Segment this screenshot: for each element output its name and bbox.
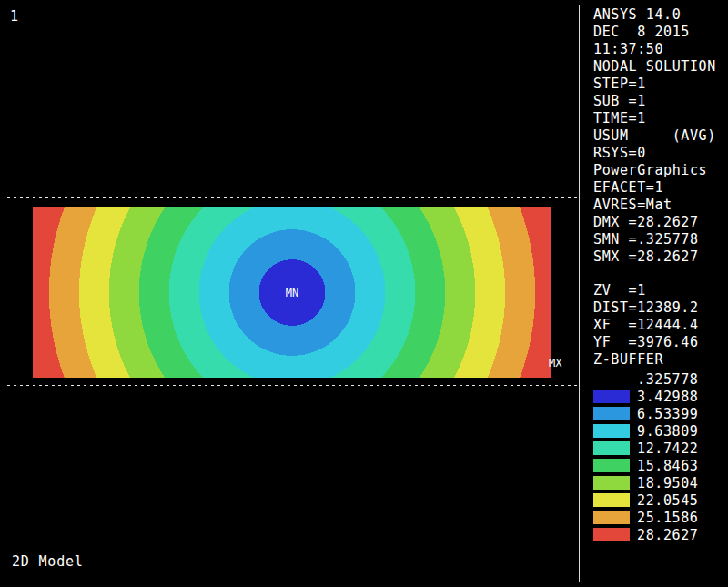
ansys-screen: 1 MN MX 2D Model ANSYS 14.0 DEC 8 2015 1… — [0, 0, 728, 587]
legend-swatch — [593, 528, 630, 541]
info-line-solution-type: NODAL SOLUTION — [593, 58, 728, 76]
legend-swatch — [593, 390, 630, 403]
legend-value: 6.53399 — [637, 406, 698, 422]
info-line-date: DEC 8 2015 — [593, 24, 728, 41]
legend-row: 22.0545 — [593, 491, 728, 509]
legend-swatch — [593, 459, 630, 472]
legend-value: 3.42988 — [637, 389, 698, 405]
legend-value: 9.63809 — [637, 423, 698, 440]
info-line-time: 11:37:50 — [593, 41, 728, 58]
info-line-efacet: EFACET=1 — [593, 179, 728, 197]
window-id-label: 1 — [10, 8, 18, 25]
view-line-zv: ZV =1 — [593, 282, 728, 299]
legend-value: 25.1586 — [637, 510, 698, 526]
info-line-rsys: RSYS=0 — [593, 145, 728, 162]
info-line-smn: SMN =.325778 — [593, 231, 728, 248]
view-line-yf: YF =3976.46 — [593, 334, 728, 351]
graphics-window[interactable]: 1 MN MX 2D Model — [5, 5, 580, 582]
contour-plot[interactable]: MN — [33, 207, 551, 378]
info-line-app-version: ANSYS 14.0 — [593, 6, 728, 24]
info-panel-spacer — [593, 266, 728, 282]
legend-value: 18.9504 — [637, 475, 698, 491]
legend-row: 18.9504 — [593, 474, 728, 491]
info-line-dmx: DMX =28.2627 — [593, 214, 728, 231]
max-marker-label: MX — [549, 357, 561, 369]
legend-value: 15.8463 — [637, 458, 698, 474]
min-marker-label: MN — [286, 287, 298, 299]
window-extent-line-top — [7, 197, 577, 198]
info-line-step: STEP=1 — [593, 76, 728, 93]
legend-min-value: .325778 — [637, 371, 698, 388]
info-panel: ANSYS 14.0 DEC 8 2015 11:37:50 NODAL SOL… — [593, 6, 728, 543]
info-line-timeval: TIME=1 — [593, 110, 728, 127]
legend-row: 6.53399 — [593, 405, 728, 422]
legend-swatch — [593, 511, 630, 524]
legend-value: 28.2627 — [637, 527, 698, 543]
view-line-zbuffer: Z-BUFFER — [593, 351, 728, 369]
legend-swatch — [593, 476, 630, 490]
info-line-sub: SUB =1 — [593, 93, 728, 110]
legend-row: 3.42988 — [593, 388, 728, 405]
contour-legend: .325778 3.42988 6.53399 9.63809 12.7422 … — [593, 370, 728, 543]
view-line-dist: DIST=12389.2 — [593, 299, 728, 317]
legend-row: 25.1586 — [593, 509, 728, 526]
info-line-result-item: USUM (AVG) — [593, 127, 728, 145]
model-title: 2D Model — [12, 553, 84, 570]
legend-swatch — [593, 493, 630, 507]
legend-row: 9.63809 — [593, 422, 728, 440]
legend-value: 12.7422 — [637, 440, 698, 457]
legend-row-min: .325778 — [593, 370, 728, 388]
view-line-xf: XF =12444.4 — [593, 317, 728, 334]
info-line-avres: AVRES=Mat — [593, 197, 728, 214]
legend-value: 22.0545 — [637, 492, 698, 509]
legend-row: 15.8463 — [593, 457, 728, 474]
legend-swatch — [593, 441, 630, 455]
legend-row: 28.2627 — [593, 526, 728, 543]
window-extent-line-bottom — [7, 385, 577, 386]
info-line-powergraphics: PowerGraphics — [593, 162, 728, 179]
legend-row: 12.7422 — [593, 440, 728, 457]
info-line-smx: SMX =28.2627 — [593, 248, 728, 266]
legend-swatch — [593, 424, 630, 438]
legend-swatch — [593, 407, 630, 420]
